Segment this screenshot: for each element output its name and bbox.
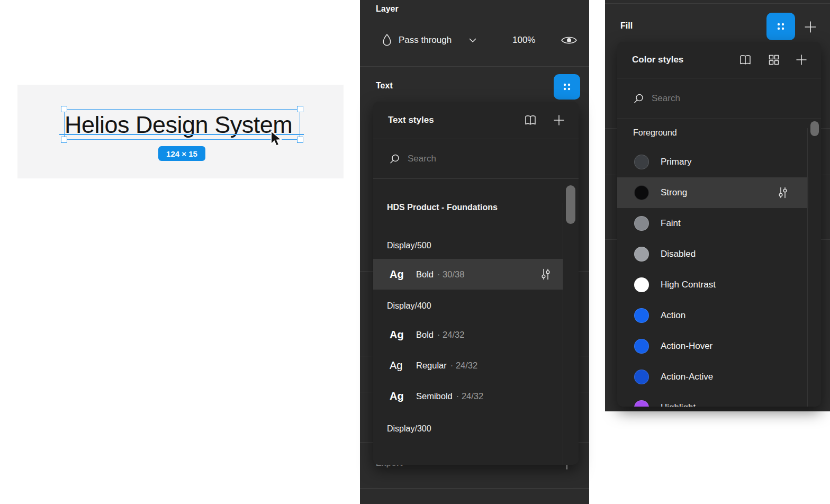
search-icon — [389, 154, 400, 165]
color-style-label: Disabled — [661, 249, 696, 259]
text-style-row-display500-bold[interactable]: Ag Bold · 30/38 — [373, 259, 563, 290]
color-style-label: Strong — [661, 187, 687, 198]
fill-panel: Fill Color styles — [605, 0, 830, 411]
text-styles-title: Text styles — [388, 115, 524, 125]
selection-handle-bottom-left[interactable] — [61, 137, 67, 143]
plus-icon[interactable] — [796, 54, 807, 66]
color-swatch — [634, 370, 649, 384]
color-swatch — [634, 308, 649, 323]
styles-grid-dots-icon — [561, 81, 573, 93]
blend-mode-select[interactable]: Pass through — [399, 35, 452, 46]
text-style-row-display400-regular[interactable]: Ag Regular · 24/32 — [373, 350, 563, 381]
library-book-icon[interactable] — [738, 54, 752, 66]
color-swatch — [634, 339, 649, 354]
search-input[interactable] — [408, 154, 535, 164]
style-weight: Bold — [416, 330, 434, 340]
style-preview: Ag — [390, 268, 416, 281]
style-group-label: Display/300 — [387, 424, 579, 434]
color-styles-list: Foreground Primary Strong Faint — [617, 128, 821, 407]
color-style-row-faint[interactable]: Faint — [617, 208, 808, 239]
library-book-icon[interactable] — [524, 114, 537, 126]
color-swatch — [634, 277, 649, 292]
plus-icon[interactable] — [553, 114, 565, 126]
color-styles-title: Color styles — [632, 55, 738, 65]
popup-scrollbar-thumb[interactable] — [810, 121, 819, 136]
color-style-row-disabled[interactable]: Disabled — [617, 239, 808, 269]
style-weight: Semibold — [416, 391, 453, 401]
visibility-eye-icon[interactable] — [560, 34, 578, 47]
color-style-row-action-hover[interactable]: Action-Hover — [617, 331, 808, 362]
color-swatch — [634, 216, 649, 231]
opacity-input[interactable]: 100% — [512, 35, 535, 46]
color-style-label: Highlight — [661, 402, 696, 407]
style-preview: Ag — [390, 329, 416, 341]
fill-section-title: Fill — [620, 21, 633, 31]
color-style-label: Action — [661, 310, 685, 321]
plus-icon[interactable] — [804, 21, 817, 33]
color-style-row-strong[interactable]: Strong — [617, 177, 808, 208]
selection-handle-bottom-right[interactable] — [297, 137, 303, 143]
adjust-sliders-icon[interactable] — [540, 268, 551, 281]
style-size: · 30/38 — [437, 269, 464, 280]
color-style-row-highlight[interactable]: Highlight — [617, 392, 808, 407]
color-swatch — [634, 185, 649, 200]
library-name: HDS Product - Foundations — [387, 203, 579, 212]
style-size: · 24/32 — [450, 361, 477, 371]
color-style-label: Action-Active — [661, 372, 713, 382]
properties-panel: Layer Pass through 100% Text Export Text… — [360, 0, 589, 504]
color-styles-search[interactable] — [617, 78, 821, 119]
color-style-label: Primary — [661, 157, 692, 167]
chevron-down-icon[interactable] — [469, 38, 476, 43]
style-preview: Ag — [390, 359, 416, 372]
text-styles-search[interactable] — [373, 139, 579, 178]
grid-view-icon[interactable] — [768, 54, 780, 66]
color-swatch — [634, 400, 649, 407]
text-style-row-display400-semibold[interactable]: Ag Semibold · 24/32 — [373, 381, 563, 411]
style-weight: Bold — [416, 269, 434, 280]
color-style-label: Action-Hover — [661, 341, 712, 352]
text-section-title: Text — [376, 81, 393, 91]
style-preview: Ag — [390, 390, 416, 402]
color-swatch — [634, 155, 649, 169]
selection-handle-top-left[interactable] — [61, 106, 67, 112]
size-badge: 124 × 15 — [158, 146, 205, 161]
text-styles-list: HDS Product - Foundations Display/500 Ag… — [373, 203, 579, 465]
color-swatch — [634, 247, 649, 262]
style-weight: Regular — [416, 361, 447, 371]
style-size: · 24/32 — [437, 330, 464, 340]
color-style-row-action[interactable]: Action — [617, 300, 808, 331]
blend-droplet-icon[interactable] — [381, 33, 393, 48]
color-style-row-action-active[interactable]: Action-Active — [617, 362, 808, 392]
style-group-label: Display/500 — [387, 241, 579, 250]
text-styles-toggle-button[interactable] — [554, 74, 580, 100]
layer-section-title: Layer — [376, 4, 399, 14]
selection-bounding-box[interactable] — [64, 109, 300, 140]
color-style-row-high-contrast[interactable]: High Contrast — [617, 269, 808, 300]
color-style-row-primary[interactable]: Primary — [617, 147, 808, 177]
color-style-label: High Contrast — [661, 280, 716, 290]
text-styles-popup: Text styles HDS Product - Foundations D — [373, 102, 579, 465]
style-group-label: Display/400 — [387, 301, 579, 311]
color-styles-popup: Color styles — [617, 42, 821, 407]
adjust-sliders-icon[interactable] — [778, 186, 788, 199]
popup-scrollbar-thumb[interactable] — [566, 185, 575, 224]
canvas-area[interactable]: Helios Design System 124 × 15 — [0, 0, 360, 504]
color-style-label: Faint — [661, 218, 681, 229]
color-group-label: Foreground — [633, 128, 821, 138]
text-style-row-display400-bold[interactable]: Ag Bold · 24/32 — [373, 319, 563, 350]
search-input[interactable] — [652, 93, 779, 104]
selection-handle-top-right[interactable] — [297, 106, 303, 112]
mouse-cursor-icon — [270, 130, 283, 147]
styles-grid-dots-icon — [775, 21, 787, 32]
selection-baseline-line — [59, 134, 304, 135]
style-size: · 24/32 — [456, 391, 483, 401]
search-icon — [633, 93, 644, 104]
color-styles-toggle-button[interactable] — [766, 13, 795, 40]
